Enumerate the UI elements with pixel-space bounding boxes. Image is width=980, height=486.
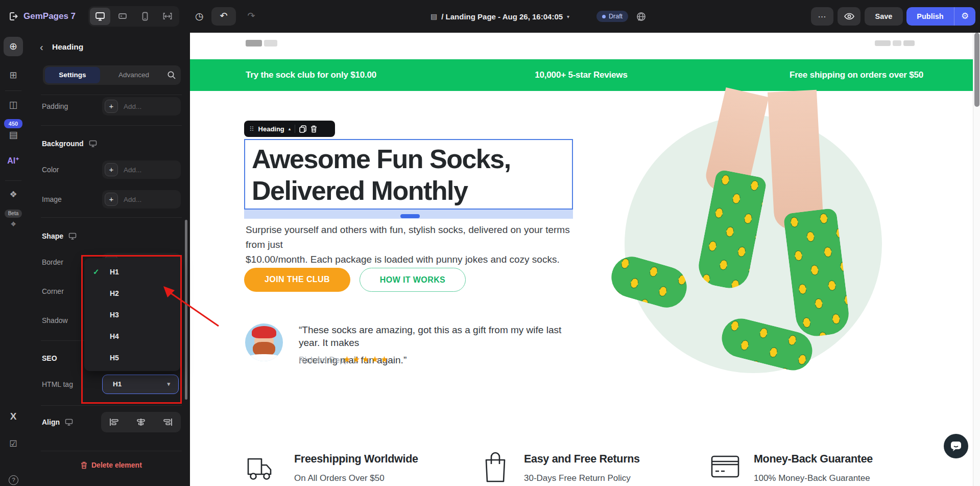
selected-heading-element[interactable]: Awesome Fun Socks, Delivered Monthly [244,139,573,210]
section-divider [41,125,182,126]
delete-element-button[interactable]: Delete element [81,461,142,469]
image-add-control[interactable]: + Add... [102,190,181,209]
rail-divider [5,90,21,91]
hero-paragraph-line1: Surprise yourself and others with fun, s… [246,222,583,252]
spacing-drag-handle[interactable] [400,214,420,218]
header-placeholder-bar [264,40,277,47]
border-label: Border [42,258,63,266]
tab-advanced[interactable]: Advanced [103,67,164,83]
sections-library-icon[interactable]: ⊞ [0,70,27,81]
device-laptop-button[interactable] [112,8,133,25]
back-chevron-icon[interactable]: ‹ [40,41,43,53]
status-dot [602,15,606,18]
preview-button[interactable] [838,7,861,26]
trash-icon[interactable] [310,125,317,133]
theme-sections-icon[interactable]: ◫ [0,99,27,110]
beta-badge: Beta [5,210,22,218]
undo-button[interactable]: ↶ [211,7,236,26]
hero-heading[interactable]: Awesome Fun Socks, Delivered Monthly [245,140,572,206]
ai-assistant-button[interactable]: AI✦ [0,156,27,166]
banner-text-center: 10,000+ 5-star Reviews [535,59,627,91]
shadow-label: Shadow [42,316,68,325]
publish-settings-gear-icon[interactable]: ⚙ [954,7,975,26]
duplicate-icon[interactable] [299,125,306,133]
more-options-button[interactable]: … [811,7,833,26]
page-switcher[interactable]: ▤ / Landing Page - Aug 26, 16:04:05 ▾ [431,0,569,33]
align-right-icon[interactable] [162,418,173,426]
device-scope-icon [89,140,97,147]
header-placeholder-bar [246,40,262,47]
rail-divider [5,180,21,181]
app-logo[interactable]: GemPages 7 [23,0,76,33]
canvas-scrollbar[interactable] [973,33,980,486]
hero-leg [768,90,824,230]
element-toolbar-label: Heading [258,125,284,133]
toolbar-divider [295,125,295,133]
plus-icon[interactable]: + [105,100,118,113]
exit-editor-icon[interactable] [8,11,18,21]
drag-handle-icon[interactable]: ⠿ [249,125,254,133]
testimonial-avatar [245,323,283,361]
hero-paragraph[interactable]: Surprise yourself and others with fun, s… [246,222,583,267]
image-label: Image [42,195,62,203]
add-placeholder: Add... [124,166,141,174]
color-add-control[interactable]: + Add... [102,160,181,179]
search-icon[interactable] [167,71,176,80]
avatar-hat [252,326,276,338]
editor-topbar: GemPages 7 ◷ ↶ ↷ ▤ / Landing Page - Aug … [0,0,980,33]
chat-widget-button[interactable] [944,434,968,458]
feature-subtitle: On All Orders Over $50 [294,473,385,483]
align-segmented-control [101,412,181,432]
layers-icon[interactable]: ❖ [0,189,27,200]
plus-icon[interactable]: + [105,163,118,176]
interaction-picker-icon[interactable]: ⌖ [0,219,27,229]
seo-header: SEO [42,354,57,362]
hero-heading-line2: Delivered Monthly [252,175,572,206]
canvas-scrollbar-thumb[interactable] [974,33,979,107]
testimonial-name: Richard Depp [299,356,349,365]
page-canvas[interactable]: Try the sock club for only $10.00 10,000… [190,33,973,486]
hero-heading-line1: Awesome Fun Socks, [252,143,572,175]
device-scope-icon [65,419,73,426]
avatar-shirt [247,354,281,361]
globe-icon[interactable] [636,12,646,21]
star-rating: ★★★★★ [343,354,390,365]
annotation-red-rectangle [81,255,182,404]
align-header-label: Align [42,418,60,426]
x-integration-icon[interactable]: X [0,411,27,422]
ai-label: AI [7,156,15,165]
join-club-button[interactable]: JOIN THE CLUB [244,268,350,292]
align-left-icon[interactable] [109,418,119,426]
tab-settings[interactable]: Settings [45,67,100,83]
how-it-works-button[interactable]: HOW IT WORKS [360,268,466,292]
banner-text-left: Try the sock club for only $10.00 [246,59,376,91]
publish-button[interactable]: Publish [906,7,954,26]
element-toolbar[interactable]: ⠿ Heading ▴ [244,121,335,137]
align-center-icon[interactable] [136,418,146,426]
feature-title: Money-Back Guarantee [754,453,873,466]
page-icon: ▤ [431,12,437,20]
version-history-icon[interactable]: ◷ [195,0,204,33]
device-desktop-button[interactable] [90,8,110,25]
padding-add-control[interactable]: + Add... [102,97,181,115]
caret-up-icon[interactable]: ▴ [289,126,291,131]
checklist-icon[interactable]: ☑ [0,438,27,449]
redo-button[interactable]: ↷ [239,7,264,26]
announcement-banner: Try the sock club for only $10.00 10,000… [190,59,973,91]
plus-icon[interactable]: + [105,193,118,206]
sparkle-icon: ✦ [15,156,19,161]
credit-card-icon [711,455,740,478]
device-mobile-button[interactable] [135,8,155,25]
align-header: Align [42,418,73,426]
add-element-button[interactable]: ⊕ [4,37,23,56]
background-header: Background [42,140,97,148]
help-icon[interactable]: ? [9,475,18,485]
templates-icon[interactable]: ▤ [0,129,27,141]
add-placeholder: Add... [124,103,141,110]
feature-subtitle: 100% Money-Back Guarantee [754,473,870,483]
publish-split-button: Publish ⚙ [906,7,975,26]
save-button[interactable]: Save [865,7,903,26]
color-label: Color [42,166,59,174]
device-responsive-button[interactable] [157,8,178,25]
device-switcher [88,6,179,27]
